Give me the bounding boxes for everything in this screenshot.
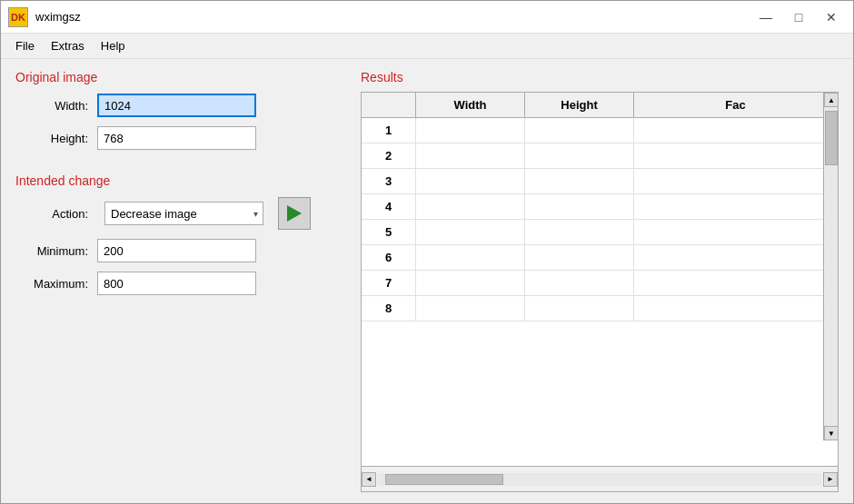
scroll-track-horizontal[interactable] [378,473,821,486]
row-5-factor [634,220,838,244]
row-4-index: 4 [362,194,416,219]
height-input[interactable] [97,126,256,150]
width-group: Width: [25,94,343,117]
main-window: DK wximgsz — □ ✕ File Extras Help Origin… [0,0,854,504]
scroll-thumb-vertical[interactable] [825,111,838,165]
height-group: Height: [25,126,343,150]
table-row: 3 [362,169,838,194]
row-5-height [525,220,634,244]
scroll-thumb-horizontal[interactable] [385,474,503,485]
height-label: Height: [25,132,88,145]
action-dropdown-wrapper: Decrease image Increase image ▾ [104,202,263,225]
action-group: Action: Decrease image Increase image ▾ [25,197,343,230]
row-6-height [525,245,634,270]
close-button[interactable]: ✕ [817,6,846,28]
intended-change-title: Intended change [15,173,343,188]
original-image-title: Original image [15,70,343,84]
results-title: Results [361,70,839,84]
play-icon [287,205,302,222]
scroll-down-button[interactable]: ▼ [824,426,838,440]
row-3-index: 3 [362,169,416,193]
action-label: Action: [25,207,88,221]
table-header: Width Height Fac [362,93,838,118]
row-3-height [525,169,634,193]
main-content: Original image Width: Height: Intended c… [1,59,853,503]
horizontal-scrollbar[interactable]: ◄ ► [362,466,838,491]
row-4-width [416,194,525,219]
table-row: 4 [362,194,838,220]
table-row: 1 [362,118,838,143]
title-bar-left: DK wximgsz [8,7,81,27]
menu-extras[interactable]: Extras [44,36,92,55]
row-5-index: 5 [362,220,416,244]
row-6-width [416,245,525,270]
row-3-factor [634,169,838,193]
row-2-index: 2 [362,143,416,168]
row-5-width [416,220,525,244]
row-7-index: 7 [362,271,416,295]
menu-bar: File Extras Help [1,34,853,59]
table-row: 5 [362,220,838,245]
table-with-scrollbar: Width Height Fac 1 [362,93,838,466]
vertical-scrollbar[interactable]: ▲ ▼ [823,93,838,440]
maximum-input[interactable] [97,272,256,295]
left-panel: Original image Width: Height: Intended c… [15,70,343,492]
row-7-factor [634,271,838,295]
run-button[interactable] [278,197,311,230]
scroll-right-button[interactable]: ► [823,472,838,487]
scroll-up-button[interactable]: ▲ [824,93,838,107]
row-7-width [416,271,525,295]
table-row: 8 [362,296,838,321]
action-select[interactable]: Decrease image Increase image [104,202,263,225]
minimum-label: Minimum: [25,244,88,258]
table-body: 1 2 3 [362,118,838,466]
row-2-height [525,143,634,168]
results-table-container: Width Height Fac 1 [361,92,839,492]
row-1-factor [634,118,838,143]
row-6-index: 6 [362,245,416,270]
menu-file[interactable]: File [8,36,42,55]
row-2-width [416,143,525,168]
row-2-factor [634,143,838,168]
row-8-factor [634,296,838,321]
col-header-factor: Fac [634,93,838,117]
table-row: 7 [362,271,838,296]
row-3-width [416,169,525,193]
scroll-left-button[interactable]: ◄ [362,472,376,487]
maximum-label: Maximum: [25,277,88,291]
row-6-factor [634,245,838,270]
menu-help[interactable]: Help [94,36,133,55]
row-1-width [416,118,525,143]
col-header-index [362,93,416,117]
maximize-button[interactable]: □ [784,6,813,28]
row-8-height [525,296,634,321]
row-8-width [416,296,525,321]
row-8-index: 8 [362,296,416,321]
table-main: Width Height Fac 1 [362,93,838,466]
table-row: 6 [362,245,838,271]
col-header-width: Width [416,93,525,117]
row-4-factor [634,194,838,219]
maximum-group: Maximum: [25,272,343,295]
intended-change-section: Intended change Action: Decrease image I… [15,173,343,304]
row-1-height [525,118,634,143]
minimum-group: Minimum: [25,239,343,262]
col-header-height: Height [525,93,634,117]
title-bar-controls: — □ ✕ [751,6,846,28]
window-title: wximgsz [35,10,81,24]
row-1-index: 1 [362,118,416,143]
width-label: Width: [25,99,88,113]
minimum-input[interactable] [97,239,256,262]
app-icon: DK [8,7,28,27]
row-4-height [525,194,634,219]
row-7-height [525,271,634,295]
minimize-button[interactable]: — [751,6,780,28]
title-bar: DK wximgsz — □ ✕ [1,1,853,34]
scroll-track-vertical[interactable] [824,107,838,426]
original-image-section: Original image Width: Height: [15,70,343,159]
right-panel: Results Width Height Fac [361,70,839,492]
width-input[interactable] [97,94,256,117]
table-row: 2 [362,143,838,169]
